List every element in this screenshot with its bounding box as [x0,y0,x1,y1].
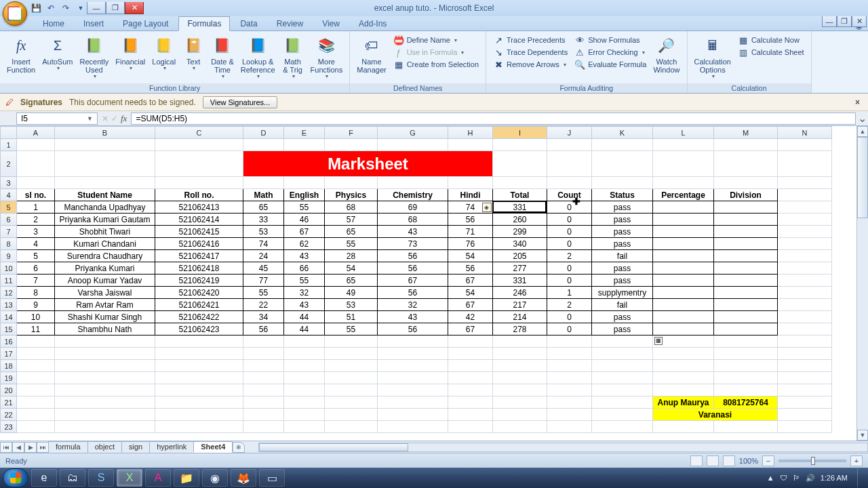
name-manager-button[interactable]: 🏷Name Manager [354,33,389,75]
cell-E22[interactable] [284,409,325,421]
cell-M6[interactable] [714,214,778,226]
cell-B3[interactable] [55,177,155,189]
cell-B9[interactable]: Surendra Chaudhary [55,250,155,262]
cell-I5[interactable]: 331 [493,201,547,214]
row-header-1[interactable]: 1 [1,139,17,151]
cell-H11[interactable]: 67 [448,274,493,287]
trace-dependents-button[interactable]: ↘Trace Dependents [493,47,568,58]
cell-D1[interactable] [243,139,284,151]
row-header-18[interactable]: 18 [1,360,17,372]
col-header-I[interactable]: I [493,127,547,139]
tab-view[interactable]: View [313,16,349,30]
cell-C20[interactable] [155,384,243,396]
cell-C22[interactable] [155,409,243,421]
cell-J4[interactable]: Count [547,189,592,201]
row-header-17[interactable]: 17 [1,348,17,360]
cell-B19[interactable] [55,372,155,384]
undo-icon[interactable]: ↶ [45,2,57,14]
qat-customize-icon[interactable]: ▼ [75,2,87,14]
cell-G12[interactable]: 56 [378,287,448,299]
cell-I21[interactable] [493,396,547,409]
col-header-A[interactable]: A [17,127,55,139]
row-header-20[interactable]: 20 [1,384,17,396]
recently-used-button[interactable]: 📗Recently Used [77,33,111,81]
cell-F7[interactable]: 65 [325,226,378,238]
cell-G15[interactable]: 56 [378,323,448,336]
taskbar-chrome-icon[interactable]: ◉ [202,469,228,487]
cell-A15[interactable]: 11 [17,323,55,336]
taskbar-explorer-icon[interactable]: 🗂 [60,469,85,487]
cell-K11[interactable]: pass [592,274,653,287]
cell-C23[interactable] [155,421,243,433]
cell-C2[interactable] [155,151,243,177]
cell-D23[interactable] [243,421,284,433]
cell-D2[interactable]: Marksheet [243,151,493,177]
cell-H6[interactable]: 56 [448,214,493,226]
cell-M9[interactable] [714,250,778,262]
cell-L8[interactable] [653,238,714,250]
cell-E19[interactable] [284,372,325,384]
taskbar-firefox-icon[interactable]: 🦊 [231,469,256,487]
cell-N14[interactable] [778,311,832,323]
cell-G14[interactable]: 43 [378,311,448,323]
show-formulas-button[interactable]: 👁Show Formulas [574,35,646,45]
cell-G23[interactable] [378,421,448,433]
cancel-formula-icon[interactable]: ✕ [102,114,108,123]
cell-B12[interactable]: Varsha Jaiswal [55,287,155,299]
cell-J13[interactable]: 2 [547,299,592,311]
cell-K20[interactable] [592,384,653,396]
workbook-restore-button[interactable]: ❐ [837,16,852,27]
start-button[interactable] [3,468,28,487]
cell-C1[interactable] [155,139,243,151]
taskbar-clock[interactable]: 1:26 AM [821,474,848,482]
cell-E21[interactable] [284,396,325,409]
cell-M16[interactable] [714,336,778,348]
cell-I1[interactable] [493,139,547,151]
row-header-9[interactable]: 9 [1,250,17,262]
save-icon[interactable]: 💾 [30,2,42,14]
cell-I10[interactable]: 277 [493,262,547,274]
cell-K15[interactable]: pass [592,323,653,336]
cell-J15[interactable]: 0 [547,323,592,336]
cell-J1[interactable] [547,139,592,151]
horizontal-scroll-thumb[interactable] [259,443,408,451]
cell-E17[interactable] [284,348,325,360]
zoom-out-button[interactable]: − [762,455,774,466]
minimize-button[interactable]: — [87,2,106,14]
tab-addins[interactable]: Add-Ins [350,16,395,30]
row-header-7[interactable]: 7 [1,226,17,238]
vertical-scroll-thumb[interactable] [857,137,868,218]
cell-H12[interactable]: 54 [448,287,493,299]
cell-M5[interactable] [714,201,778,214]
cell-J7[interactable]: 0 [547,226,592,238]
cell-L15[interactable] [653,323,714,336]
cell-M11[interactable] [714,274,778,287]
cell-J11[interactable]: 0 [547,274,592,287]
cell-H18[interactable] [448,360,493,372]
cell-C18[interactable] [155,360,243,372]
cell-A19[interactable] [17,372,55,384]
cell-M20[interactable] [714,384,778,396]
cell-I11[interactable]: 331 [493,274,547,287]
name-box[interactable]: I5▼ [16,113,98,125]
calculate-sheet-button[interactable]: ▥Calculate Sheet [738,47,804,58]
cell-H8[interactable]: 76 [448,238,493,250]
cell-N5[interactable] [778,201,832,214]
new-sheet-button[interactable]: ✻ [233,442,245,453]
autofill-options-icon[interactable]: ▦ [654,337,663,345]
row-header-5[interactable]: 5 [1,201,17,214]
cell-E3[interactable] [284,177,325,189]
cell-E1[interactable] [284,139,325,151]
cell-A16[interactable] [17,336,55,348]
cell-L17[interactable] [653,348,714,360]
cell-C16[interactable] [155,336,243,348]
cell-D12[interactable]: 55 [243,287,284,299]
row-header-14[interactable]: 14 [1,311,17,323]
cell-M2[interactable] [714,151,778,177]
cell-F23[interactable] [325,421,378,433]
cell-G21[interactable] [378,396,448,409]
cell-B22[interactable] [55,409,155,421]
cell-L1[interactable] [653,139,714,151]
cell-N8[interactable] [778,238,832,250]
cell-I3[interactable] [493,177,547,189]
